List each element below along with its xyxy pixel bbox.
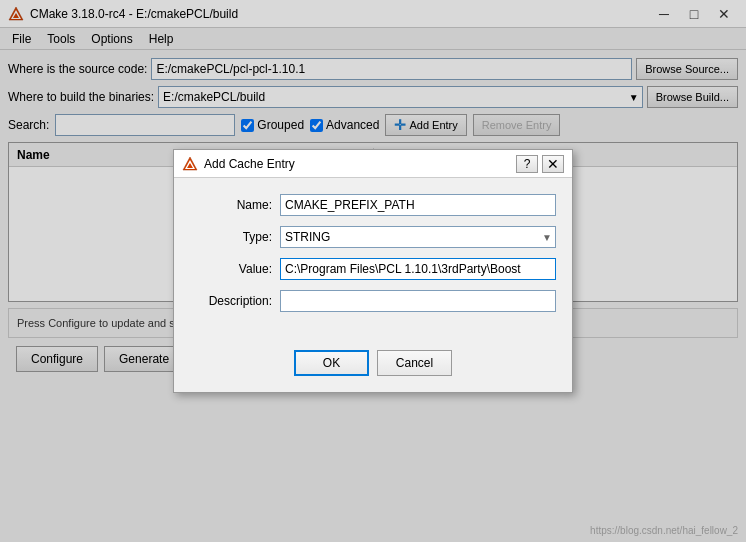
dialog-type-select[interactable]: STRING BOOL FILEPATH PATH INTERNAL: [280, 226, 556, 248]
dialog-value-label: Value:: [190, 262, 280, 276]
dialog-desc-row: Description:: [190, 290, 556, 312]
dialog-icon: [182, 156, 198, 172]
dialog-help-button[interactable]: ?: [516, 155, 538, 173]
dialog-title: Add Cache Entry: [204, 157, 516, 171]
dialog-cancel-button[interactable]: Cancel: [377, 350, 452, 376]
dialog-overlay: Add Cache Entry ? ✕ Name: Type: STRING B…: [0, 0, 746, 542]
dialog-desc-label: Description:: [190, 294, 280, 308]
dialog-type-row: Type: STRING BOOL FILEPATH PATH INTERNAL…: [190, 226, 556, 248]
dialog-type-label: Type:: [190, 230, 280, 244]
dialog-value-row: Value:: [190, 258, 556, 280]
dialog-name-input[interactable]: [280, 194, 556, 216]
dialog-ok-button[interactable]: OK: [294, 350, 369, 376]
dialog-title-bar: Add Cache Entry ? ✕: [174, 150, 572, 178]
dialog-value-input[interactable]: [280, 258, 556, 280]
dialog-desc-input[interactable]: [280, 290, 556, 312]
dialog-type-wrapper: STRING BOOL FILEPATH PATH INTERNAL ▼: [280, 226, 556, 248]
dialog-footer: OK Cancel: [174, 338, 572, 392]
dialog-close-button[interactable]: ✕: [542, 155, 564, 173]
dialog-name-row: Name:: [190, 194, 556, 216]
dialog-body: Name: Type: STRING BOOL FILEPATH PATH IN…: [174, 178, 572, 338]
dialog-controls: ? ✕: [516, 155, 564, 173]
dialog-name-label: Name:: [190, 198, 280, 212]
add-cache-entry-dialog: Add Cache Entry ? ✕ Name: Type: STRING B…: [173, 149, 573, 393]
